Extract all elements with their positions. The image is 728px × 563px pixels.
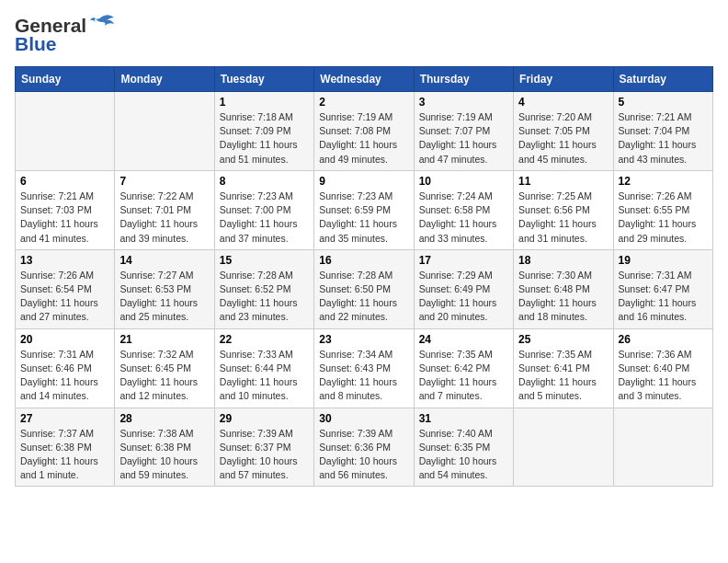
day-number: 18 (518, 254, 608, 267)
calendar-cell: 28Sunrise: 7:38 AMSunset: 6:38 PMDayligh… (115, 408, 214, 487)
day-info: Sunrise: 7:28 AMSunset: 6:52 PMDaylight:… (220, 269, 309, 325)
calendar-week-row: 13Sunrise: 7:26 AMSunset: 6:54 PMDayligh… (16, 249, 713, 328)
calendar-cell: 17Sunrise: 7:29 AMSunset: 6:49 PMDayligh… (414, 249, 513, 328)
calendar-cell: 15Sunrise: 7:28 AMSunset: 6:52 PMDayligh… (214, 249, 313, 328)
calendar-cell: 30Sunrise: 7:39 AMSunset: 6:36 PMDayligh… (314, 408, 414, 487)
calendar-header-row: SundayMondayTuesdayWednesdayThursdayFrid… (16, 67, 713, 92)
calendar-cell: 26Sunrise: 7:36 AMSunset: 6:40 PMDayligh… (613, 328, 712, 408)
day-info: Sunrise: 7:21 AMSunset: 7:04 PMDaylight:… (619, 110, 708, 167)
day-number: 28 (119, 412, 209, 425)
day-info: Sunrise: 7:31 AMSunset: 6:46 PMDaylight:… (20, 348, 109, 404)
calendar-cell: 27Sunrise: 7:37 AMSunset: 6:38 PMDayligh… (16, 408, 115, 487)
day-info: Sunrise: 7:36 AMSunset: 6:40 PMDaylight:… (619, 348, 708, 404)
day-number: 29 (220, 412, 309, 425)
day-number: 31 (419, 412, 508, 425)
day-info: Sunrise: 7:26 AMSunset: 6:54 PMDaylight:… (20, 269, 109, 325)
day-info: Sunrise: 7:23 AMSunset: 7:00 PMDaylight:… (220, 190, 309, 246)
day-info: Sunrise: 7:18 AMSunset: 7:09 PMDaylight:… (220, 110, 309, 167)
day-info: Sunrise: 7:39 AMSunset: 6:36 PMDaylight:… (319, 427, 408, 483)
day-number: 4 (518, 96, 608, 109)
page-header: General Blue (15, 15, 713, 55)
day-number: 7 (119, 175, 209, 188)
day-number: 5 (619, 96, 708, 109)
day-info: Sunrise: 7:34 AMSunset: 6:43 PMDaylight:… (319, 348, 408, 404)
day-number: 19 (619, 254, 708, 267)
day-info: Sunrise: 7:28 AMSunset: 6:50 PMDaylight:… (319, 269, 408, 325)
calendar-cell: 12Sunrise: 7:26 AMSunset: 6:55 PMDayligh… (613, 170, 712, 249)
day-info: Sunrise: 7:37 AMSunset: 6:38 PMDaylight:… (20, 427, 109, 483)
calendar-cell: 25Sunrise: 7:35 AMSunset: 6:41 PMDayligh… (514, 328, 613, 408)
day-number: 3 (419, 96, 508, 109)
calendar-cell: 5Sunrise: 7:21 AMSunset: 7:04 PMDaylight… (613, 92, 712, 171)
day-info: Sunrise: 7:39 AMSunset: 6:37 PMDaylight:… (220, 427, 309, 483)
day-number: 2 (319, 96, 408, 109)
day-number: 20 (20, 333, 109, 346)
calendar-cell: 14Sunrise: 7:27 AMSunset: 6:53 PMDayligh… (115, 249, 214, 328)
logo-bird-icon (88, 13, 116, 35)
day-number: 9 (319, 175, 408, 188)
calendar-cell: 8Sunrise: 7:23 AMSunset: 7:00 PMDaylight… (214, 170, 313, 249)
day-info: Sunrise: 7:19 AMSunset: 7:08 PMDaylight:… (319, 110, 408, 167)
calendar-cell: 23Sunrise: 7:34 AMSunset: 6:43 PMDayligh… (314, 328, 414, 408)
calendar-cell: 21Sunrise: 7:32 AMSunset: 6:45 PMDayligh… (115, 328, 214, 408)
logo: General Blue (15, 15, 116, 55)
day-number: 14 (119, 254, 209, 267)
calendar-cell (16, 92, 115, 171)
calendar-cell: 1Sunrise: 7:18 AMSunset: 7:09 PMDaylight… (214, 92, 313, 171)
day-number: 6 (20, 175, 109, 188)
day-info: Sunrise: 7:31 AMSunset: 6:47 PMDaylight:… (619, 269, 708, 325)
day-info: Sunrise: 7:35 AMSunset: 6:41 PMDaylight:… (518, 348, 608, 404)
day-info: Sunrise: 7:30 AMSunset: 6:48 PMDaylight:… (518, 269, 608, 325)
day-number: 26 (619, 333, 708, 346)
day-info: Sunrise: 7:29 AMSunset: 6:49 PMDaylight:… (419, 269, 508, 325)
calendar-cell: 2Sunrise: 7:19 AMSunset: 7:08 PMDaylight… (314, 92, 414, 171)
calendar-week-row: 1Sunrise: 7:18 AMSunset: 7:09 PMDaylight… (16, 92, 713, 171)
day-number: 11 (518, 175, 608, 188)
weekday-header: Wednesday (314, 67, 414, 92)
calendar-cell: 13Sunrise: 7:26 AMSunset: 6:54 PMDayligh… (16, 249, 115, 328)
calendar-cell: 19Sunrise: 7:31 AMSunset: 6:47 PMDayligh… (613, 249, 712, 328)
day-info: Sunrise: 7:26 AMSunset: 6:55 PMDaylight:… (619, 190, 708, 246)
calendar-cell: 10Sunrise: 7:24 AMSunset: 6:58 PMDayligh… (414, 170, 513, 249)
calendar-table: SundayMondayTuesdayWednesdayThursdayFrid… (15, 66, 713, 487)
calendar-cell: 11Sunrise: 7:25 AMSunset: 6:56 PMDayligh… (514, 170, 613, 249)
day-number: 21 (119, 333, 209, 346)
calendar-cell: 22Sunrise: 7:33 AMSunset: 6:44 PMDayligh… (214, 328, 313, 408)
calendar-cell: 7Sunrise: 7:22 AMSunset: 7:01 PMDaylight… (115, 170, 214, 249)
day-info: Sunrise: 7:20 AMSunset: 7:05 PMDaylight:… (518, 110, 608, 167)
calendar-cell: 31Sunrise: 7:40 AMSunset: 6:35 PMDayligh… (414, 408, 513, 487)
day-number: 16 (319, 254, 408, 267)
day-number: 1 (220, 96, 309, 109)
day-info: Sunrise: 7:33 AMSunset: 6:44 PMDaylight:… (220, 348, 309, 404)
logo-blue: Blue (15, 33, 57, 55)
day-info: Sunrise: 7:25 AMSunset: 6:56 PMDaylight:… (518, 190, 608, 246)
calendar-cell (613, 408, 712, 487)
day-number: 13 (20, 254, 109, 267)
calendar-cell: 18Sunrise: 7:30 AMSunset: 6:48 PMDayligh… (514, 249, 613, 328)
weekday-header: Friday (514, 67, 613, 92)
weekday-header: Monday (115, 67, 214, 92)
day-info: Sunrise: 7:19 AMSunset: 7:07 PMDaylight:… (419, 110, 508, 167)
calendar-week-row: 6Sunrise: 7:21 AMSunset: 7:03 PMDaylight… (16, 170, 713, 249)
weekday-header: Saturday (613, 67, 712, 92)
day-number: 23 (319, 333, 408, 346)
calendar-cell: 16Sunrise: 7:28 AMSunset: 6:50 PMDayligh… (314, 249, 414, 328)
calendar-week-row: 20Sunrise: 7:31 AMSunset: 6:46 PMDayligh… (16, 328, 713, 408)
calendar-cell: 20Sunrise: 7:31 AMSunset: 6:46 PMDayligh… (16, 328, 115, 408)
calendar-cell: 24Sunrise: 7:35 AMSunset: 6:42 PMDayligh… (414, 328, 513, 408)
calendar-cell: 29Sunrise: 7:39 AMSunset: 6:37 PMDayligh… (214, 408, 313, 487)
day-number: 15 (220, 254, 309, 267)
day-number: 27 (20, 412, 109, 425)
day-number: 24 (419, 333, 508, 346)
calendar-cell (514, 408, 613, 487)
day-info: Sunrise: 7:24 AMSunset: 6:58 PMDaylight:… (419, 190, 508, 246)
day-number: 12 (619, 175, 708, 188)
calendar-week-row: 27Sunrise: 7:37 AMSunset: 6:38 PMDayligh… (16, 408, 713, 487)
calendar-cell: 9Sunrise: 7:23 AMSunset: 6:59 PMDaylight… (314, 170, 414, 249)
day-info: Sunrise: 7:38 AMSunset: 6:38 PMDaylight:… (119, 427, 209, 483)
calendar-cell: 6Sunrise: 7:21 AMSunset: 7:03 PMDaylight… (16, 170, 115, 249)
calendar-cell: 4Sunrise: 7:20 AMSunset: 7:05 PMDaylight… (514, 92, 613, 171)
day-info: Sunrise: 7:22 AMSunset: 7:01 PMDaylight:… (119, 190, 209, 246)
day-number: 22 (220, 333, 309, 346)
day-info: Sunrise: 7:35 AMSunset: 6:42 PMDaylight:… (419, 348, 508, 404)
